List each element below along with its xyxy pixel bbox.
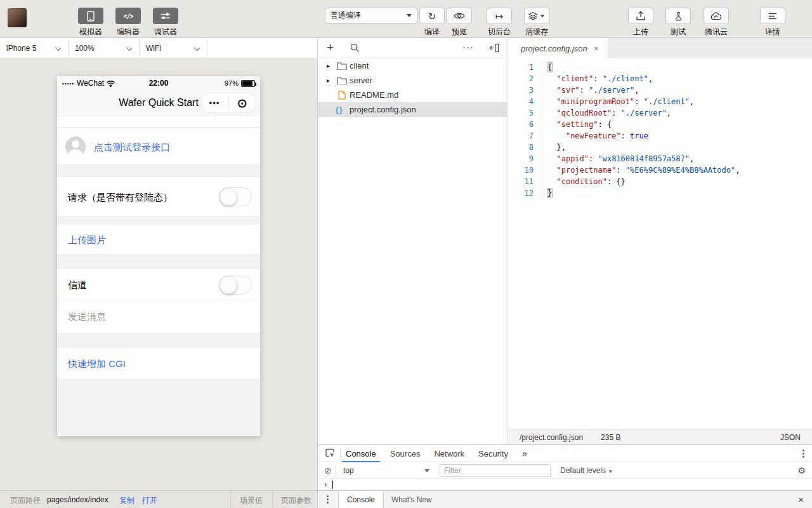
inspect-element-icon[interactable] (324, 447, 336, 460)
test-button[interactable]: 测试 (664, 8, 692, 37)
compile-button-label: 编译 (424, 27, 440, 37)
code-text: "miniprogramRoot": "./client", (534, 96, 694, 107)
more-options-icon[interactable]: ··· (462, 41, 474, 52)
tab-title: project.config.json (521, 44, 587, 53)
clear-cache-button[interactable]: 清缓存 (522, 8, 551, 37)
code-line-12[interactable]: 12} (508, 187, 812, 199)
cloud-icon (704, 8, 729, 24)
send-message-row[interactable]: 发送消息 (57, 300, 260, 333)
upload-image-row[interactable]: 上传图片 (57, 224, 260, 255)
clear-console-icon[interactable]: ⊘ (324, 466, 332, 475)
line-number: 1 (508, 62, 534, 73)
zoom-value: 100% (75, 44, 95, 53)
chevron-down-icon (424, 469, 429, 472)
tencent-cloud-button[interactable]: 腾讯云 (702, 8, 731, 37)
code-text: "svr": "./server", (534, 84, 639, 96)
tree-item-project-config-json[interactable]: { }project.config.json (318, 102, 507, 117)
devtools-tab-console[interactable]: Console (346, 445, 376, 462)
details-button[interactable]: 详情 (759, 8, 787, 37)
tree-item-server[interactable]: ▸server (318, 73, 507, 88)
code-line-11[interactable]: 11 "condition": {} (508, 176, 812, 187)
devtools-tab-sources[interactable]: Sources (390, 445, 421, 462)
battery-icon (241, 80, 255, 87)
tree-item-client[interactable]: ▸client (318, 58, 507, 73)
preview-button[interactable]: 预览 (446, 8, 473, 37)
open-path-link[interactable]: 打开 (142, 495, 157, 506)
devtools-tab-network[interactable]: Network (434, 445, 464, 462)
login-link[interactable]: 点击测试登录接口 (94, 128, 170, 166)
drawer-menu-icon[interactable] (327, 495, 329, 504)
filter-input[interactable] (440, 464, 551, 477)
copy-path-link[interactable]: 复制 (119, 495, 134, 506)
code-editor[interactable]: 1{2 "client": "./client",3 "svr": "./ser… (508, 58, 812, 429)
chevron-down-icon (540, 15, 544, 17)
compile-mode-value: 普通编译 (331, 10, 361, 21)
network-select[interactable]: WiFi (140, 38, 207, 58)
editor-toggle-button[interactable]: </> 编辑器 (114, 8, 142, 37)
add-cgi-link[interactable]: 快速增加 CGI (68, 348, 126, 380)
zoom-select[interactable]: 100% (69, 38, 140, 58)
login-row[interactable]: 点击测试登录接口 (57, 128, 260, 165)
search-icon[interactable] (350, 43, 360, 55)
code-line-3[interactable]: 3 "svr": "./server", (508, 84, 812, 96)
settings-gear-icon[interactable]: ⚙ (797, 465, 806, 476)
devtools-menu-icon[interactable] (802, 450, 804, 458)
code-line-7[interactable]: 7 "newFeature": true (508, 130, 812, 142)
add-file-icon[interactable]: + (327, 41, 334, 55)
scene-value-button[interactable]: 场景值 (240, 495, 263, 506)
upload-button[interactable]: 上传 (627, 8, 655, 37)
expand-arrow-icon[interactable]: ▸ (327, 77, 336, 84)
chevron-down-icon (407, 14, 412, 17)
user-avatar[interactable] (8, 8, 27, 27)
devtools-tab-security[interactable]: Security (478, 445, 508, 462)
more-tabs-icon[interactable]: » (522, 445, 527, 462)
line-number: 10 (508, 164, 534, 176)
clock: 22:00 (57, 79, 260, 88)
details-button-label: 详情 (765, 27, 780, 37)
exit-record-icon[interactable]: ⊙ (228, 97, 256, 109)
code-line-2[interactable]: 2 "client": "./client", (508, 73, 812, 84)
compile-mode-select[interactable]: 普通编译 (325, 8, 417, 23)
line-number: 11 (508, 176, 534, 187)
send-message-label: 发送消息 (68, 300, 106, 333)
code-line-4[interactable]: 4 "miniprogramRoot": "./client", (508, 96, 812, 107)
code-text: "condition": {} (534, 176, 625, 187)
code-line-9[interactable]: 9 "appid": "wx8160814f8957a587", (508, 153, 812, 164)
menu-lines-icon (760, 8, 785, 24)
tree-item-label: client (348, 61, 369, 70)
tree-item-README-md[interactable]: README.md (318, 88, 507, 102)
close-drawer-icon[interactable]: × (798, 494, 804, 505)
upload-image-link[interactable]: 上传图片 (68, 225, 106, 255)
devtools-panel: ConsoleSourcesNetworkSecurity » ⊘ top De… (317, 444, 812, 508)
drawer-tab-whats-new[interactable]: What's New (391, 495, 432, 504)
channel-toggle[interactable] (219, 276, 252, 295)
expand-arrow-icon[interactable]: ▸ (327, 62, 336, 69)
switch-background-button[interactable]: ↦ 切后台 (485, 8, 513, 37)
code-line-6[interactable]: 6 "setting": { (508, 119, 812, 130)
wechat-devtools-window: 模拟器 </> 编辑器 调试器 普通编译 ↻ 编译 预览 ↦ 切 (0, 0, 812, 508)
code-line-5[interactable]: 5 "qcloudRoot": "./server", (508, 107, 812, 119)
drawer-tab-console[interactable]: Console (338, 491, 384, 508)
log-levels-select[interactable]: Default levels ▼ (560, 466, 613, 475)
tab-project-config-json[interactable]: project.config.json × (508, 38, 608, 58)
device-select[interactable]: iPhone 5 (0, 38, 69, 58)
more-menu-icon[interactable]: ••• (201, 98, 228, 107)
code-line-8[interactable]: 8 }, (508, 142, 812, 153)
line-number: 8 (508, 142, 534, 153)
code-line-1[interactable]: 1{ (508, 62, 812, 73)
simulator-toggle-button[interactable]: 模拟器 (77, 8, 105, 37)
request-toggle[interactable] (219, 187, 252, 206)
folder-icon (336, 76, 348, 84)
close-tab-icon[interactable]: × (594, 44, 599, 53)
debugger-toggle-button[interactable]: 调试器 (152, 8, 180, 37)
collapse-panel-icon[interactable] (489, 43, 499, 55)
simulator-area: ••••• WeChat 22:00 97% Wafer Quick Start (0, 58, 317, 490)
console-prompt[interactable]: › (318, 479, 812, 491)
compile-button[interactable]: ↻ 编译 (419, 8, 445, 37)
file-language[interactable]: JSON (780, 433, 801, 442)
page-params-button[interactable]: 页面参数 (281, 495, 311, 506)
add-cgi-row[interactable]: 快速增加 CGI (57, 347, 260, 379)
code-line-10[interactable]: 10 "projectname": "%E6%9C%89%E4%B8%AAtod… (508, 164, 812, 176)
context-select[interactable]: top (343, 466, 354, 475)
clear-cache-label: 清缓存 (525, 27, 548, 37)
